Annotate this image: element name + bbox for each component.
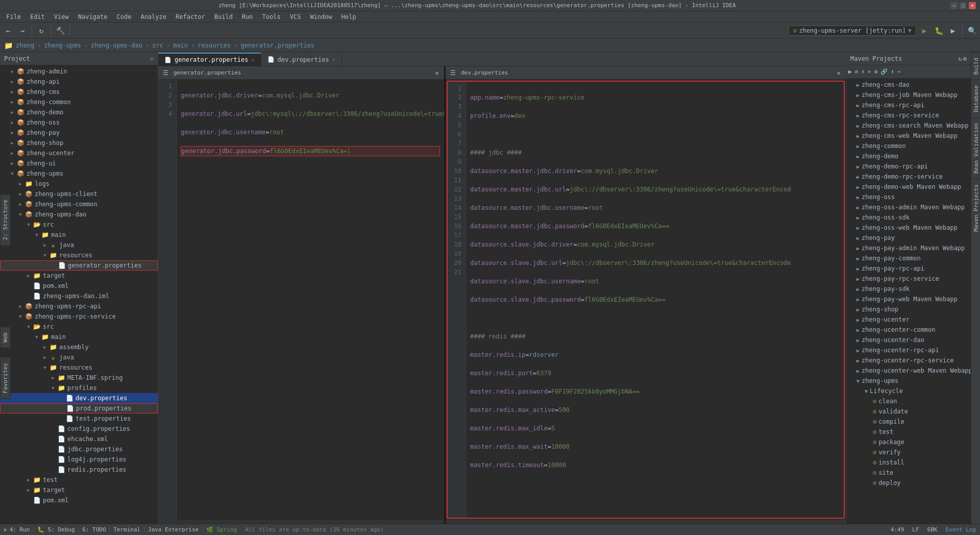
java-enterprise-label[interactable]: Java Enterprise bbox=[148, 526, 199, 533]
maven-navigate-btn[interactable]: → bbox=[897, 68, 901, 75]
tree-item-assembly[interactable]: ▶ 📁 assembly bbox=[0, 342, 158, 352]
maven-item-zheng-demo-rpc-service[interactable]: ▶ zheng-demo-rpc-service bbox=[846, 172, 971, 182]
tree-item-test-properties[interactable]: 📄 test.properties bbox=[0, 414, 158, 424]
maven-refresh-btn[interactable]: ↻ bbox=[959, 55, 962, 62]
menu-tools[interactable]: Tools bbox=[258, 12, 285, 21]
maven-item-zheng-ucenter-common[interactable]: ▶ zheng-ucenter-common bbox=[846, 325, 971, 335]
search-everywhere[interactable]: 🔍 bbox=[966, 25, 978, 37]
maven-item-zheng-oss-sdk[interactable]: ▶ zheng-oss-sdk bbox=[846, 212, 971, 223]
left-collapse-btn[interactable]: ☰ bbox=[160, 68, 170, 78]
event-log-link[interactable]: Event Log bbox=[945, 526, 976, 533]
tree-item-meta-inf-spring[interactable]: ▶ 📁 META-INF.spring bbox=[0, 373, 158, 383]
maven-toggle-offline[interactable]: ✈ bbox=[868, 68, 871, 75]
maven-item-zheng-pay-sdk[interactable]: ▶ zheng-pay-sdk bbox=[846, 284, 971, 294]
spring-label[interactable]: 🌿 Spring bbox=[206, 526, 237, 533]
run-config-selector[interactable]: ⚙ zheng-upms-server [jetty:run] ▼ bbox=[789, 26, 916, 36]
tree-item-zheng-pay[interactable]: ▶ 📦 zheng-pay bbox=[0, 128, 158, 138]
run-button[interactable]: ▶ bbox=[918, 25, 930, 37]
maven-lifecycle-validate[interactable]: ⚙ validate bbox=[846, 406, 971, 417]
tree-item-redis-properties[interactable]: 📄 redis.properties bbox=[0, 465, 158, 475]
maven-item-zheng-pay-rpc-api[interactable]: ▶ zheng-pay-rpc-api bbox=[846, 263, 971, 274]
maven-item-zheng-pay-common[interactable]: ▶ zheng-pay-common bbox=[846, 253, 971, 263]
debug-button[interactable]: 🐛 bbox=[933, 25, 945, 37]
maven-item-zheng-ucenter[interactable]: ▶ zheng-ucenter bbox=[846, 314, 971, 325]
maven-item-lifecycle[interactable]: ▼ Lifecycle bbox=[846, 386, 971, 396]
tree-item-jdbc-properties[interactable]: 📄 jdbc.properties bbox=[0, 444, 158, 454]
tree-item-zheng-oss[interactable]: ▶ 📦 zheng-oss bbox=[0, 117, 158, 128]
tree-item-java-rpc[interactable]: ▶ ☕ java bbox=[0, 352, 158, 362]
tab-close-generator[interactable]: ✕ bbox=[252, 57, 255, 63]
maven-item-zheng-pay-rpc-service[interactable]: ▶ zheng-pay-rpc-service bbox=[846, 274, 971, 284]
tree-item-logs[interactable]: ▶ 📁 logs bbox=[0, 179, 158, 189]
run-label[interactable]: 4: Run bbox=[10, 526, 30, 533]
menu-analyze[interactable]: Analyze bbox=[136, 12, 170, 21]
tree-item-src-rpc[interactable]: ▼ 📂 src bbox=[0, 322, 158, 332]
maven-item-zheng-oss-admin[interactable]: ▶ zheng-oss-admin Maven Webapp bbox=[846, 202, 971, 212]
tree-item-zheng-cms[interactable]: ▶ 📦 zheng-cms bbox=[0, 87, 158, 97]
tree-item-zheng-api[interactable]: ▶ 📦 zheng-api bbox=[0, 77, 158, 87]
maven-item-zheng-ucenter-dao[interactable]: ▶ zheng-ucenter-dao bbox=[846, 335, 971, 345]
tree-item-zheng-common[interactable]: ▶ 📦 zheng-common bbox=[0, 97, 158, 107]
right-close-btn[interactable]: ✕ bbox=[834, 68, 844, 78]
tree-item-log4j-properties[interactable]: 📄 log4j.properties bbox=[0, 454, 158, 465]
tree-item-zheng-admin[interactable]: ▶ 📦 zheng-admin bbox=[0, 66, 158, 77]
minimize-button[interactable]: — bbox=[950, 2, 958, 9]
nav-src[interactable]: src bbox=[152, 42, 163, 49]
maven-item-zheng-cms-search[interactable]: ▶ zheng-cms-search Maven Webapp bbox=[846, 120, 971, 131]
maven-item-zheng-cms-web[interactable]: ▶ zheng-cms-web Maven Webapp bbox=[846, 131, 971, 141]
tree-item-zheng-ucenter[interactable]: ▶ 📦 zheng-ucenter bbox=[0, 148, 158, 158]
status-lf[interactable]: LF bbox=[912, 526, 919, 533]
side-tab-build[interactable]: Build bbox=[971, 52, 980, 80]
right-code-editor[interactable]: 123456 789101112 131415161718 192021 app… bbox=[448, 82, 844, 518]
tree-item-resources-rpc[interactable]: ▼ 📁 resources bbox=[0, 362, 158, 373]
tree-item-main-dao[interactable]: ▼ 📁 main bbox=[0, 230, 158, 240]
maven-download-btn[interactable]: ⬇ bbox=[861, 68, 865, 75]
maven-item-zheng-ucenter-web[interactable]: ▶ zheng-ucenter-web Maven Webapp bbox=[846, 366, 971, 376]
tab-dev-properties[interactable]: 📄 dev.properties ✕ bbox=[261, 53, 342, 66]
close-button[interactable]: ✕ bbox=[969, 2, 976, 9]
tab-close-dev[interactable]: ✕ bbox=[332, 57, 335, 62]
toolbar-back[interactable]: ← bbox=[2, 25, 14, 37]
maven-run-btn[interactable]: ▶ bbox=[848, 68, 852, 75]
tree-item-profiles[interactable]: ▼ 📁 profiles bbox=[0, 383, 158, 393]
left-scrollbar[interactable] bbox=[158, 520, 444, 524]
menu-code[interactable]: Code bbox=[113, 12, 136, 21]
run-coverage-button[interactable]: ▶ bbox=[947, 25, 959, 37]
maven-item-zheng-pay-admin[interactable]: ▶ zheng-pay-admin Maven Webapp bbox=[846, 243, 971, 253]
maven-item-zheng-cms-rpc-api[interactable]: ▶ zheng-cms-rpc-api bbox=[846, 100, 971, 110]
maven-lifecycle-install[interactable]: ⚙ install bbox=[846, 457, 971, 468]
maven-item-zheng-cms-dao[interactable]: ▶ zheng-cms-dao bbox=[846, 80, 971, 90]
nav-zheng-upms[interactable]: zheng-upms bbox=[44, 42, 81, 49]
tree-item-zheng-upms-client[interactable]: ▶ 📦 zheng-upms-client bbox=[0, 189, 158, 199]
tree-item-src-dao[interactable]: ▼ 📂 src bbox=[0, 220, 158, 230]
tree-item-ehcache-xml[interactable]: 📄 ehcache.xml bbox=[0, 434, 158, 444]
nav-zheng-upms-dao[interactable]: zheng-upms-dao bbox=[91, 42, 142, 49]
tree-item-zheng-upms-common[interactable]: ▶ 📦 zheng-upms-common bbox=[0, 199, 158, 209]
debug-label[interactable]: 🐛 5: Debug bbox=[37, 526, 75, 533]
nav-main[interactable]: main bbox=[173, 42, 188, 49]
menu-file[interactable]: File bbox=[2, 12, 25, 21]
menu-window[interactable]: Window bbox=[306, 12, 336, 21]
tree-item-resources-dao[interactable]: ▼ 📁 resources bbox=[0, 250, 158, 260]
menu-vcs[interactable]: VCS bbox=[286, 12, 305, 21]
tree-item-zheng-upms-rpc-api[interactable]: ▶ 📦 zheng-upms-rpc-api bbox=[0, 301, 158, 311]
tab-generator-properties[interactable]: 📄 generator.properties ✕ bbox=[158, 53, 261, 66]
right-collapse-btn[interactable]: ☰ bbox=[448, 68, 458, 78]
tree-item-zheng-upms[interactable]: ▼ 📦 zheng-upms bbox=[0, 168, 158, 179]
maven-item-zheng-ucenter-rpc-service[interactable]: ▶ zheng-ucenter-rpc-service bbox=[846, 355, 971, 366]
tree-item-target-dao[interactable]: ▶ 📁 target bbox=[0, 271, 158, 281]
maven-lifecycle-clean[interactable]: ⚙ clean bbox=[846, 396, 971, 406]
tree-item-pom-rpc[interactable]: 📄 pom.xml bbox=[0, 495, 158, 505]
project-settings-icon[interactable]: ⚙ bbox=[150, 55, 154, 62]
menu-view[interactable]: View bbox=[50, 12, 73, 21]
side-tab-structure[interactable]: 2: Structure bbox=[0, 194, 11, 246]
tree-item-zheng-shop[interactable]: ▶ 📦 zheng-shop bbox=[0, 138, 158, 148]
nav-zheng[interactable]: zheng bbox=[16, 42, 34, 49]
tree-item-main-rpc[interactable]: ▼ 📁 main bbox=[0, 332, 158, 342]
maven-item-zheng-demo-rpc-api[interactable]: ▶ zheng-demo-rpc-api bbox=[846, 161, 971, 172]
maven-lifecycle-compile[interactable]: ⚙ compile bbox=[846, 417, 971, 427]
maven-item-zheng-pay-web[interactable]: ▶ zheng-pay-web Maven Webapp bbox=[846, 294, 971, 304]
tree-item-java-dao[interactable]: ▶ ☕ java bbox=[0, 240, 158, 250]
maven-item-zheng-cms-rpc-service[interactable]: ▶ zheng-cms-rpc-service bbox=[846, 110, 971, 120]
maven-lifecycle-deploy[interactable]: ⚙ deploy bbox=[846, 478, 971, 488]
